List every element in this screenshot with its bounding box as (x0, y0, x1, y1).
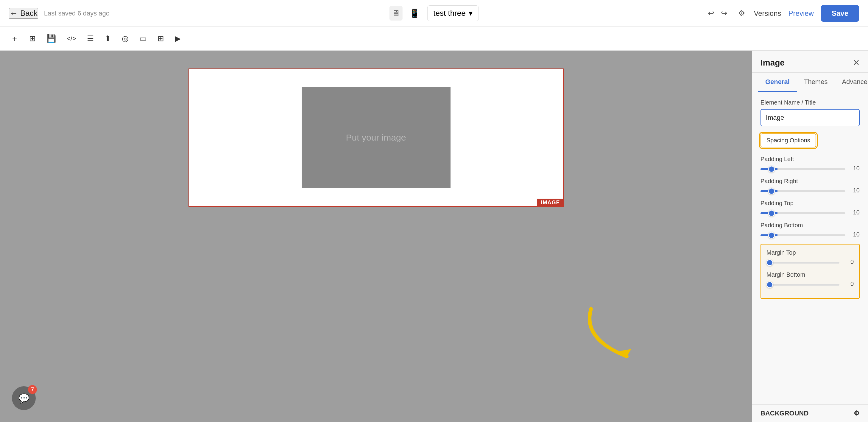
padding-left-row: 10 (761, 165, 860, 172)
publish-icon[interactable]: ▶ (173, 32, 183, 46)
panel-header: Image ✕ (752, 51, 868, 73)
element-name-label: Element Name / Title (761, 99, 860, 106)
export-icon[interactable]: ⬆ (102, 32, 114, 46)
versions-button[interactable]: Versions (754, 9, 781, 18)
tab-advanced[interactable]: Advanced (835, 73, 868, 92)
settings-button[interactable]: ⚙ (736, 7, 747, 20)
padding-bottom-section: Padding Bottom 10 (761, 222, 860, 238)
tablet-icon[interactable]: 📱 (407, 6, 422, 21)
top-bar-right: ↩ ↪ ⚙ Versions Preview Save (706, 5, 859, 22)
padding-top-section: Padding Top 10 (761, 200, 860, 216)
margin-bottom-value: 0 (843, 280, 854, 288)
tab-themes[interactable]: Themes (797, 73, 835, 92)
code-icon[interactable]: </> (64, 32, 79, 45)
annotation-arrow (573, 303, 651, 368)
grid-icon[interactable]: ⊞ (155, 32, 166, 46)
margin-top-slider[interactable] (767, 262, 839, 264)
layers-icon[interactable]: ⊞ (27, 32, 38, 46)
margin-bottom-label: Margin Bottom (767, 271, 854, 278)
margin-bottom-section: Margin Bottom 0 (767, 271, 854, 288)
preview-button[interactable]: Preview (788, 9, 814, 18)
undo-redo-group: ↩ ↪ (706, 7, 729, 20)
padding-left-section: Padding Left 10 (761, 156, 860, 172)
top-bar-center: 🖥 📱 test three ▾ (389, 5, 478, 21)
image-placeholder: Put your image (302, 87, 451, 188)
panel-title: Image (761, 58, 785, 68)
padding-bottom-row: 10 (761, 231, 860, 238)
tab-general[interactable]: General (758, 73, 797, 92)
margin-top-value: 0 (843, 259, 854, 265)
redo-button[interactable]: ↪ (719, 7, 729, 20)
back-label: Back (20, 9, 37, 18)
panel-tabs: General Themes Advanced (752, 73, 868, 92)
frame-icon[interactable]: ▭ (137, 32, 149, 46)
image-placeholder-text: Put your image (346, 132, 406, 143)
padding-top-row: 10 (761, 209, 860, 216)
canvas-frame: Put your image IMAGE (188, 68, 564, 207)
padding-right-section: Padding Right 10 (761, 178, 860, 194)
back-button[interactable]: ← Back (9, 8, 38, 19)
toolbar: ＋ ⊞ 💾 </> ☰ ⬆ ◎ ▭ ⊞ ▶ (0, 27, 868, 51)
padding-right-slider-container (761, 188, 845, 193)
padding-right-row: 10 (761, 187, 860, 194)
project-name-text: test three (433, 9, 465, 18)
desktop-icon[interactable]: 🖥 (389, 6, 402, 21)
padding-top-value: 10 (849, 209, 860, 216)
background-header-inner: BACKGROUND ⚙ (761, 410, 860, 417)
add-icon[interactable]: ＋ (8, 31, 21, 46)
spacing-options-button[interactable]: Spacing Options (761, 133, 860, 156)
save-file-icon[interactable]: 💾 (44, 32, 58, 46)
last-saved-text: Last saved 6 days ago (44, 9, 110, 17)
top-bar-left: ← Back Last saved 6 days ago (9, 8, 110, 19)
panel-content: Element Name / Title Spacing Options Pad… (752, 92, 868, 404)
margin-top-slider-container (767, 260, 839, 265)
padding-top-slider[interactable] (761, 212, 845, 214)
chat-icon: 💬 (19, 393, 29, 403)
margin-bottom-row: 0 (767, 280, 854, 288)
image-label: IMAGE (537, 199, 563, 207)
right-panel: Image ✕ General Themes Advanced Element … (752, 51, 868, 422)
margin-top-label: Margin Top (767, 249, 854, 256)
margin-top-section: Margin Top 0 (767, 249, 854, 265)
project-name-button[interactable]: test three ▾ (427, 5, 478, 21)
background-section-header[interactable]: BACKGROUND ⚙ (752, 404, 868, 422)
padding-left-value: 10 (849, 165, 860, 172)
padding-bottom-label: Padding Bottom (761, 222, 860, 229)
padding-left-slider-container (761, 166, 845, 171)
margin-highlight-box: Margin Top 0 Margin Bottom (761, 244, 860, 299)
component-icon[interactable]: ◎ (119, 32, 131, 46)
back-arrow-icon: ← (9, 9, 18, 18)
padding-right-label: Padding Right (761, 178, 860, 185)
margin-bottom-slider-container (767, 281, 839, 287)
padding-top-label: Padding Top (761, 200, 860, 207)
padding-right-slider[interactable] (761, 190, 845, 192)
element-name-input[interactable] (761, 109, 860, 126)
svg-marker-0 (619, 349, 631, 357)
layout-icon[interactable]: ☰ (85, 32, 96, 46)
margin-top-row: 0 (767, 259, 854, 265)
padding-right-value: 10 (849, 187, 860, 194)
undo-button[interactable]: ↩ (706, 7, 716, 20)
main-area: Put your image IMAGE Image ✕ General The… (0, 51, 868, 422)
dropdown-arrow-icon: ▾ (469, 9, 472, 18)
margin-bottom-slider[interactable] (767, 284, 839, 285)
close-panel-button[interactable]: ✕ (853, 58, 860, 68)
device-icons: 🖥 📱 (389, 6, 422, 21)
background-label: BACKGROUND (761, 410, 808, 417)
spacing-options-btn[interactable]: Spacing Options (761, 133, 816, 147)
save-button[interactable]: Save (821, 5, 859, 22)
padding-left-slider[interactable] (761, 168, 845, 170)
background-expand-icon: ⚙ (854, 410, 860, 417)
top-bar: ← Back Last saved 6 days ago 🖥 📱 test th… (0, 0, 868, 27)
chat-badge: 7 (28, 385, 37, 394)
canvas-area: Put your image IMAGE (0, 51, 752, 422)
padding-bottom-value: 10 (849, 231, 860, 238)
padding-left-label: Padding Left (761, 156, 860, 162)
padding-bottom-slider-container (761, 232, 845, 237)
padding-bottom-slider[interactable] (761, 234, 845, 236)
padding-top-slider-container (761, 210, 845, 215)
chat-bubble[interactable]: 💬 7 (12, 386, 36, 410)
